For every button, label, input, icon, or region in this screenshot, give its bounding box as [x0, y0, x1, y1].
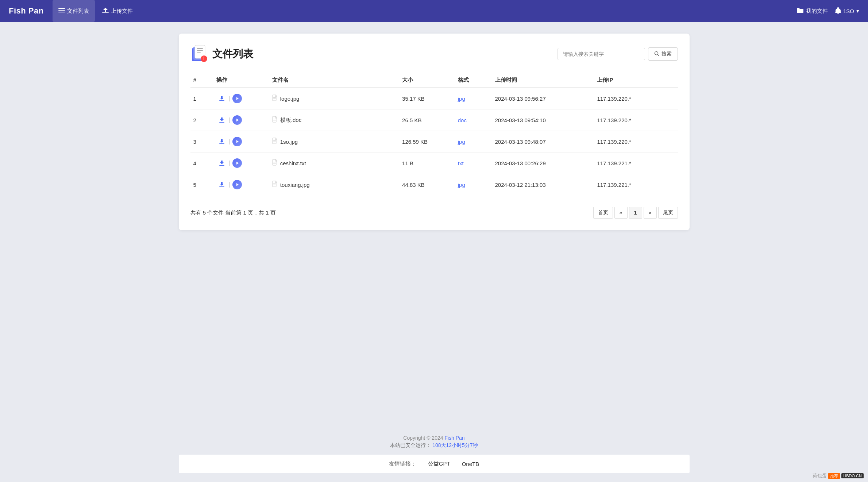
format-link-4[interactable]: jpg	[458, 182, 465, 188]
format-link-0[interactable]: jpg	[458, 96, 465, 102]
svg-marker-30	[236, 162, 239, 165]
cell-format-0: jpg	[455, 88, 492, 109]
action-divider-2: |	[229, 138, 230, 145]
cell-format-1: doc	[455, 109, 492, 131]
cell-ip-3: 117.139.221.*	[594, 153, 678, 174]
next-page-button[interactable]: »	[644, 207, 657, 219]
download-button-4[interactable]	[216, 179, 227, 190]
link-gpt[interactable]: 公益GPT	[428, 460, 450, 467]
svg-text:!: !	[203, 56, 205, 61]
svg-rect-22	[273, 119, 276, 119]
upload-icon	[102, 8, 109, 15]
file-type-icon-1	[272, 116, 278, 124]
footer-copyright: Copyright © 2024 Fish Pan 本站已安全运行： 108天1…	[0, 426, 868, 455]
list-icon	[58, 8, 65, 14]
cell-name-3: ceshitxt.txt	[269, 153, 399, 174]
cell-time-3: 2024-03-13 00:26:29	[492, 153, 594, 174]
prev-page-button[interactable]: «	[614, 207, 628, 219]
card-icon: !	[190, 45, 208, 63]
nav-file-list[interactable]: 文件列表	[53, 0, 95, 22]
svg-line-13	[658, 55, 659, 56]
file-table: # 操作 文件名 大小 格式 上传时间 上传IP 1	[190, 73, 678, 195]
filename-3: ceshitxt.txt	[280, 160, 306, 166]
cell-format-3: txt	[455, 153, 492, 174]
svg-marker-25	[236, 140, 239, 143]
cell-format-2: jpg	[455, 131, 492, 153]
header: Fish Pan 文件列表 上传文件	[0, 0, 868, 22]
view-button-3[interactable]	[232, 158, 243, 169]
footer-links: 友情链接： 公益GPT OneTB	[179, 455, 690, 473]
cell-time-2: 2024-03-13 09:48:07	[492, 131, 594, 153]
cell-action-1: |	[213, 109, 269, 131]
view-circle-1	[232, 115, 242, 125]
format-link-3[interactable]: txt	[458, 160, 464, 166]
nav-upload[interactable]: 上传文件	[96, 0, 139, 22]
svg-rect-14	[219, 100, 224, 101]
page-title: 文件列表	[212, 47, 253, 61]
svg-rect-24	[219, 143, 224, 144]
svg-point-12	[655, 51, 658, 55]
table-row: 5 |	[190, 174, 678, 196]
logo[interactable]: Fish Pan	[9, 6, 44, 16]
svg-rect-37	[273, 184, 276, 184]
col-header-time: 上传时间	[492, 73, 594, 88]
cell-time-4: 2024-03-12 21:13:03	[492, 174, 594, 196]
bell-icon	[835, 7, 841, 15]
view-button-2[interactable]	[232, 136, 243, 147]
file-type-icon-4	[272, 181, 278, 189]
cell-name-1: 模板.doc	[269, 109, 399, 131]
footer-runtime: 本站已安全运行： 108天12小时5分7秒	[0, 442, 868, 449]
file-type-icon-0	[272, 95, 278, 103]
first-page-button[interactable]: 首页	[593, 207, 613, 219]
last-page-button[interactable]: 尾页	[658, 207, 678, 219]
current-page-button[interactable]: 1	[629, 207, 642, 219]
cell-action-4: |	[213, 174, 269, 196]
cell-ip-4: 117.139.221.*	[594, 174, 678, 196]
download-button-1[interactable]	[216, 115, 227, 126]
cell-num-0: 1	[190, 88, 214, 109]
download-button-3[interactable]	[216, 158, 227, 169]
cell-format-4: jpg	[455, 174, 492, 196]
svg-rect-34	[219, 186, 224, 187]
filename-2: 1so.jpg	[280, 139, 298, 145]
svg-rect-7	[197, 48, 203, 49]
cell-size-1: 26.5 KB	[399, 109, 455, 131]
view-circle-0	[232, 94, 242, 103]
main-content: ! 文件列表 搜索	[0, 22, 868, 426]
cell-name-4: touxiang.jpg	[269, 174, 399, 196]
search-input[interactable]	[558, 48, 645, 60]
file-list-card: ! 文件列表 搜索	[179, 34, 690, 230]
pagination: 首页 « 1 » 尾页	[593, 207, 678, 219]
view-button-0[interactable]	[232, 93, 243, 104]
footer: Copyright © 2024 Fish Pan 本站已安全运行： 108天1…	[0, 426, 868, 482]
svg-rect-0	[58, 8, 65, 9]
cell-size-2: 126.59 KB	[399, 131, 455, 153]
svg-rect-38	[273, 185, 276, 185]
bottom-area: 共有 5 个文件 当前第 1 页，共 1 页 首页 « 1 » 尾页	[190, 207, 678, 219]
link-onetb[interactable]: OneTB	[462, 461, 479, 467]
format-link-1[interactable]: doc	[458, 117, 467, 123]
watermark-badge2: HBDO.CN	[841, 473, 864, 478]
view-button-1[interactable]	[232, 115, 243, 126]
view-circle-3	[232, 158, 242, 168]
view-button-4[interactable]	[232, 179, 243, 190]
cell-name-0: logo.jpg	[269, 88, 399, 109]
cell-name-2: 1so.jpg	[269, 131, 399, 153]
format-link-2[interactable]: jpg	[458, 139, 465, 145]
footer-brand-link[interactable]: Fish Pan	[444, 435, 464, 441]
nav-file-list-label: 文件列表	[67, 8, 89, 15]
user-menu[interactable]: 1SO ▾	[835, 7, 859, 15]
search-button[interactable]: 搜索	[648, 47, 678, 61]
my-files-label: 我的文件	[806, 8, 828, 15]
table-row: 1 |	[190, 88, 678, 109]
svg-rect-23	[273, 120, 276, 120]
svg-rect-32	[273, 162, 276, 162]
cell-size-0: 35.17 KB	[399, 88, 455, 109]
my-files-link[interactable]: 我的文件	[796, 8, 828, 15]
runtime-label: 本站已安全运行：	[390, 442, 431, 448]
cell-action-2: |	[213, 131, 269, 153]
download-button-2[interactable]	[216, 136, 227, 147]
col-header-num: #	[190, 73, 214, 88]
watermark-badge1: 推荐	[828, 473, 840, 479]
download-button-0[interactable]	[216, 93, 227, 104]
